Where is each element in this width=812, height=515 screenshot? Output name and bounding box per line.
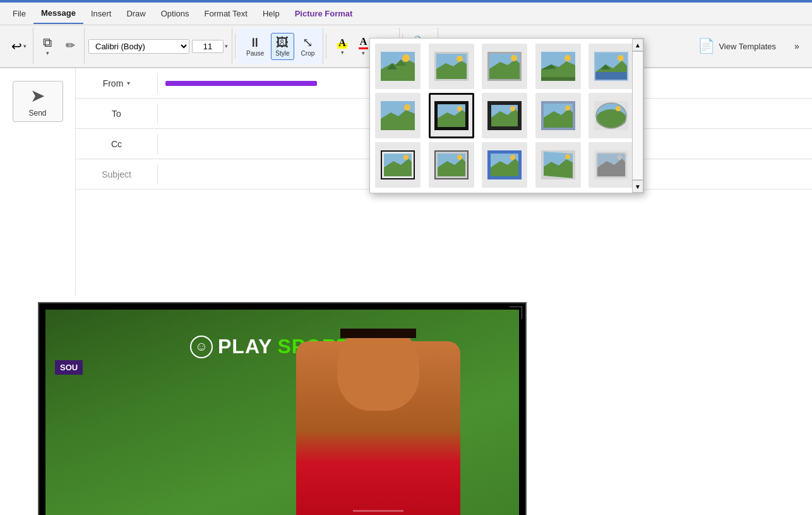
font-color-icon: A	[359, 36, 369, 49]
highlight-button[interactable]: A ▾	[333, 34, 352, 59]
highlight-dropdown-arrow[interactable]: ▾	[341, 49, 344, 56]
svg-rect-25	[541, 77, 575, 81]
send-area: ➤ Send	[0, 68, 76, 296]
svg-point-56	[616, 106, 621, 111]
tab-message[interactable]: Message	[33, 3, 83, 24]
highlight-icon: A	[337, 37, 347, 49]
from-value-bar	[165, 81, 317, 86]
more-icon: »	[794, 41, 799, 51]
svg-rect-30	[595, 72, 627, 80]
dropdown-scrollbar-up[interactable]: ▲	[632, 39, 643, 51]
svg-point-63	[403, 155, 409, 160]
tab-options[interactable]: Options	[153, 4, 197, 23]
svg-point-19	[511, 55, 517, 61]
from-dropdown-chevron[interactable]: ▾	[127, 80, 130, 87]
view-templates-button[interactable]: 📄 View Templates	[690, 33, 784, 59]
style-item-10[interactable]	[588, 93, 634, 138]
style-grid	[375, 44, 638, 188]
pause-icon: ⏸	[249, 36, 261, 49]
style-item-2[interactable]	[429, 44, 474, 89]
style-item-5[interactable]	[588, 44, 634, 89]
style-picker-dropdown: ▲ ▼	[369, 38, 644, 193]
clipboard-icon: ⧉	[43, 36, 52, 49]
svg-point-24	[564, 55, 571, 61]
format-painter-icon: ✏	[66, 40, 75, 51]
font-size-container: ▾	[192, 40, 228, 53]
svg-point-35	[404, 104, 410, 111]
ribbon-tabs: File Message Insert Draw Options Format …	[0, 3, 812, 25]
cc-button[interactable]: Cc	[76, 134, 158, 154]
clipboard-button[interactable]: ⧉ ▾	[37, 33, 57, 59]
font-name-select[interactable]: Calibri (Body)	[88, 39, 189, 54]
player-silhouette	[258, 329, 498, 515]
svg-point-14	[457, 56, 463, 62]
tab-insert[interactable]: Insert	[83, 4, 119, 23]
font-size-input[interactable]	[192, 40, 224, 53]
clipboard-group: ⧉ ▾ ✏	[33, 28, 85, 64]
templates-label: View Templates	[719, 42, 776, 51]
style-label: Style	[275, 50, 289, 57]
crop-label: Crop	[301, 50, 315, 57]
font-color-dropdown-arrow[interactable]: ▾	[362, 50, 365, 56]
svg-point-79	[565, 154, 570, 159]
style-item-13[interactable]	[482, 142, 527, 188]
undo-button[interactable]: ↩ ▾	[9, 36, 29, 56]
svg-point-50	[565, 106, 570, 111]
email-body: SOU ☺ PLAYSPORTS	[0, 296, 812, 515]
divider-2	[326, 33, 326, 59]
svg-point-9	[402, 54, 410, 62]
style-item-12[interactable]	[429, 142, 474, 188]
tab-file[interactable]: File	[5, 4, 33, 23]
style-button[interactable]: 🖼 Style	[271, 33, 294, 60]
pause-button[interactable]: ⏸ Pause	[242, 33, 268, 60]
style-item-3[interactable]	[482, 44, 527, 89]
from-label: From	[103, 78, 124, 88]
play-icon: ☺	[190, 336, 213, 358]
soccer-image: SOU ☺ PLAYSPORTS	[45, 310, 519, 515]
to-label: To	[112, 109, 121, 119]
send-label: Send	[28, 109, 46, 118]
divider-1	[235, 33, 236, 59]
style-item-11[interactable]	[375, 142, 421, 188]
undo-icon: ↩	[11, 39, 22, 54]
cc-label: Cc	[111, 139, 122, 149]
image-inner: SOU ☺ PLAYSPORTS	[43, 307, 522, 515]
undo-group: ↩ ▾	[5, 28, 33, 64]
pause-label: Pause	[246, 50, 264, 57]
sou-badge: SOU	[55, 360, 83, 375]
send-button[interactable]: ➤ Send	[13, 81, 63, 122]
tab-help[interactable]: Help	[255, 4, 287, 23]
style-item-9[interactable]	[535, 93, 581, 138]
svg-point-40	[457, 106, 462, 111]
font-group: Calibri (Body) ▾	[85, 28, 232, 64]
crop-icon: ⤡	[302, 36, 313, 49]
more-button[interactable]: »	[787, 38, 807, 54]
tab-draw[interactable]: Draw	[119, 4, 153, 23]
style-item-4[interactable]	[535, 44, 581, 89]
svg-point-55	[596, 109, 626, 128]
style-item-8[interactable]	[482, 93, 527, 138]
font-size-dropdown-arrow[interactable]: ▾	[225, 43, 228, 49]
send-icon: ➤	[30, 85, 45, 106]
undo-dropdown-arrow[interactable]: ▾	[23, 43, 27, 49]
picture-tools-group: ⏸ Pause 🖼 Style ⤡ Crop	[238, 28, 323, 64]
tab-format-text[interactable]: Format Text	[197, 4, 255, 23]
tab-picture-format[interactable]: Picture Format	[287, 4, 361, 23]
format-painter-button[interactable]: ✏	[60, 37, 80, 56]
dropdown-scrollbar-down[interactable]: ▼	[632, 180, 643, 193]
image-container[interactable]: SOU ☺ PLAYSPORTS	[38, 302, 527, 515]
style-item-6[interactable]	[375, 93, 421, 138]
dropdown-scrollbar-track[interactable]	[632, 51, 643, 180]
crop-button[interactable]: ⤡ Crop	[297, 33, 319, 60]
style-item-14[interactable]	[535, 142, 581, 188]
svg-point-45	[510, 106, 515, 111]
to-button[interactable]: To	[76, 104, 158, 124]
svg-point-69	[457, 155, 462, 160]
from-button[interactable]: From ▾	[76, 73, 158, 94]
clipboard-dropdown-arrow[interactable]: ▾	[46, 50, 49, 56]
svg-point-85	[617, 155, 622, 160]
style-item-15[interactable]	[588, 142, 634, 188]
style-item-1[interactable]	[375, 44, 421, 89]
style-item-7[interactable]	[429, 93, 474, 138]
style-icon: 🖼	[276, 36, 289, 49]
